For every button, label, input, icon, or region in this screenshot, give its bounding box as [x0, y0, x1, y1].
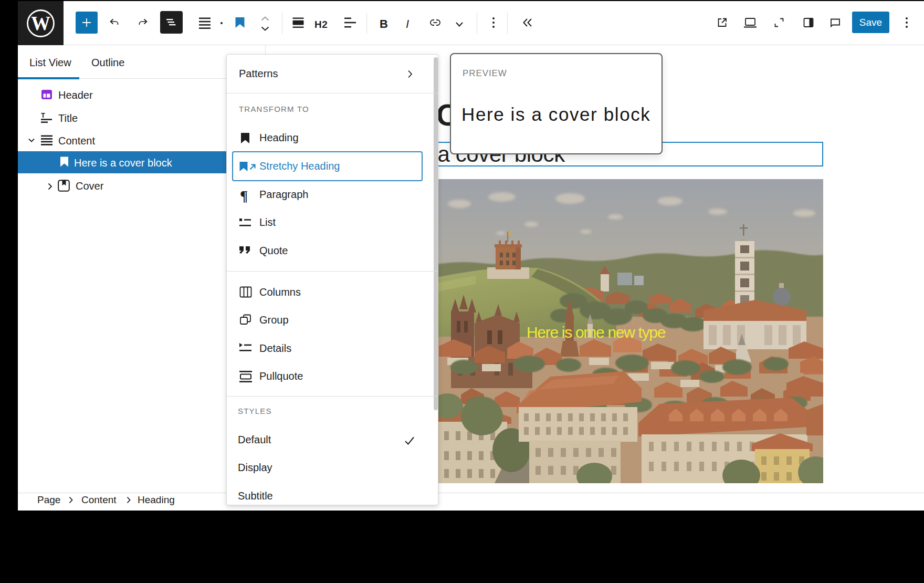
svg-text:T: T — [41, 112, 45, 119]
svg-text:W: W — [31, 13, 50, 34]
